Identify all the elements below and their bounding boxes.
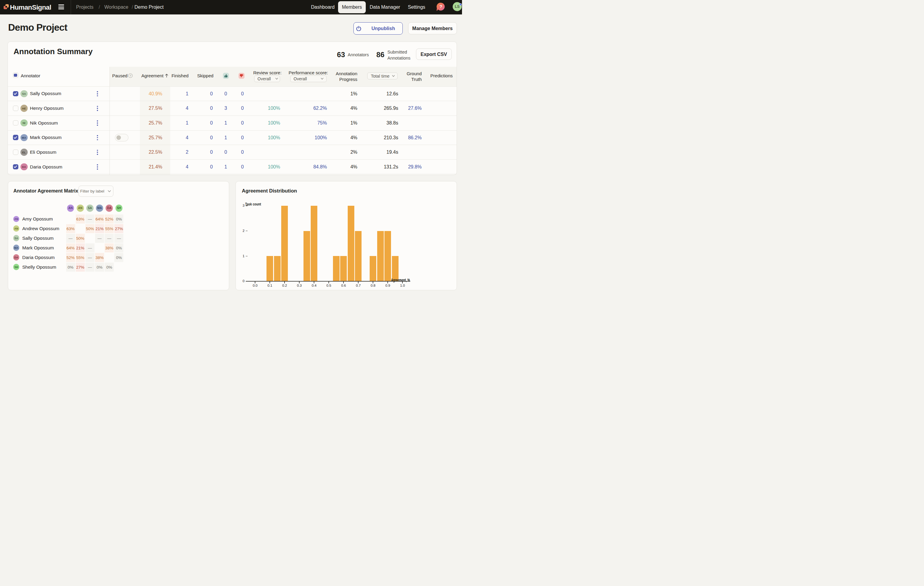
- svg-text:?: ?: [439, 4, 442, 9]
- svg-text:?: ?: [130, 74, 131, 77]
